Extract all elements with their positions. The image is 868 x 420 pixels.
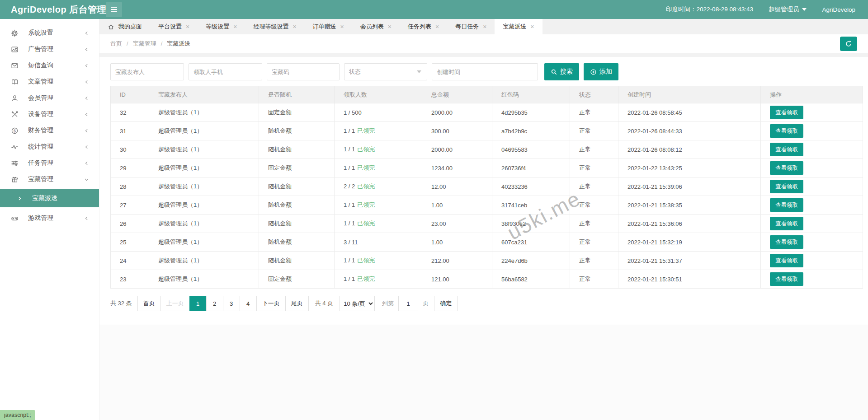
goto-page-input[interactable] — [398, 296, 418, 311]
phone-input[interactable] — [189, 63, 262, 80]
close-icon[interactable]: × — [530, 23, 534, 30]
tab-label: 每日任务 — [455, 23, 479, 31]
row-actions: 查看领取 — [761, 103, 863, 122]
view-claims-button[interactable]: 查看领取 — [770, 272, 803, 286]
per-page-select[interactable]: 10 条/页 — [340, 296, 375, 311]
tab-bar: 我的桌面平台设置×等级设置×经理等级设置×订单赠送×会员列表×任务列表×每日任务… — [99, 19, 868, 34]
tab-label: 任务列表 — [408, 23, 431, 31]
add-button[interactable]: 添加 — [584, 63, 618, 80]
row-publisher: 超级管理员（1） — [149, 215, 259, 233]
page-number-2[interactable]: 2 — [206, 296, 223, 311]
tab-订单赠送[interactable]: 订单赠送× — [305, 19, 352, 34]
chevron-left-icon — [84, 47, 89, 52]
sidebar-item-label: 财务管理 — [28, 126, 84, 135]
view-claims-button[interactable]: 查看领取 — [770, 143, 803, 156]
row-random-type: 固定金额 — [259, 270, 335, 289]
view-claims-button[interactable]: 查看领取 — [770, 235, 803, 249]
search-button[interactable]: 搜索 — [544, 63, 579, 80]
tab-任务列表[interactable]: 任务列表× — [400, 19, 447, 34]
row-publisher: 超级管理员（1） — [149, 196, 259, 215]
page-number-4[interactable]: 4 — [240, 296, 257, 311]
sidebar-item-会员管理[interactable]: 会员管理 — [0, 90, 99, 106]
sidebar-item-统计管理[interactable]: 统计管理 — [0, 139, 99, 155]
row-id: 26 — [111, 215, 149, 233]
page-number-1[interactable]: 1 — [189, 296, 207, 311]
sidebar-subitem-label: 宝藏派送 — [32, 194, 57, 202]
user-menu[interactable]: 超级管理员 — [769, 5, 807, 14]
brand-link[interactable]: AgriDevelop — [822, 6, 855, 13]
breadcrumb-separator: / — [127, 40, 128, 47]
claims-done-tag: 已领完 — [357, 220, 375, 227]
close-icon[interactable]: × — [340, 23, 344, 30]
row-claims: 1 / 500 — [335, 103, 422, 122]
sidebar-item-宝藏管理[interactable]: 宝藏管理 — [0, 171, 99, 187]
tab-宝藏派送[interactable]: 宝藏派送× — [495, 19, 542, 34]
close-icon[interactable]: × — [435, 23, 439, 30]
view-claims-button[interactable]: 查看领取 — [770, 106, 803, 119]
sidebar-item-短信查询[interactable]: 短信查询 — [0, 57, 99, 74]
row-amount: 23.00 — [422, 215, 492, 233]
row-amount: 12.00 — [422, 177, 492, 196]
close-icon[interactable]: × — [388, 23, 392, 30]
row-claims: 1 / 1已领完 — [335, 159, 422, 177]
refresh-button[interactable] — [840, 37, 857, 51]
page-number-3[interactable]: 3 — [223, 296, 240, 311]
sidebar-item-文章管理[interactable]: 文章管理 — [0, 74, 99, 90]
sidebar-subitem-宝藏派送[interactable]: 宝藏派送 — [0, 189, 99, 207]
close-icon[interactable]: × — [292, 23, 296, 30]
row-publisher: 超级管理员（1） — [149, 252, 259, 270]
row-created-time: 2022-01-26 08:58:45 — [618, 103, 761, 122]
row-id: 30 — [111, 140, 149, 159]
close-icon[interactable]: × — [233, 23, 237, 30]
view-claims-button[interactable]: 查看领取 — [770, 180, 803, 193]
tab-我的桌面[interactable]: 我的桌面 — [99, 19, 150, 34]
sidebar-item-游戏管理[interactable]: 游戏管理 — [0, 210, 99, 226]
view-claims-button[interactable]: 查看领取 — [770, 198, 803, 212]
sidebar-item-广告管理[interactable]: 广告管理 — [0, 41, 99, 57]
page-last-button[interactable]: 尾页 — [285, 296, 309, 311]
tab-label: 经理等级设置 — [253, 23, 288, 31]
page-next-button[interactable]: 下一页 — [256, 296, 286, 311]
chevron-down-icon — [802, 8, 807, 11]
table-row: 28超级管理员（1）随机金额2 / 2已领完12.0040233236正常202… — [111, 177, 863, 196]
breadcrumb-item[interactable]: 宝藏管理 — [133, 40, 156, 48]
tab-每日任务[interactable]: 每日任务× — [447, 19, 495, 34]
view-claims-button[interactable]: 查看领取 — [770, 124, 803, 138]
row-amount: 1234.00 — [422, 159, 492, 177]
breadcrumb-item[interactable]: 首页 — [110, 40, 122, 48]
treasure-code-input[interactable] — [267, 63, 340, 80]
row-status: 正常 — [570, 252, 618, 270]
tab-平台设置[interactable]: 平台设置× — [150, 19, 198, 34]
claims-done-tag: 已领完 — [357, 201, 375, 208]
sidebar-item-财务管理[interactable]: $财务管理 — [0, 122, 99, 139]
confirm-button[interactable]: 确定 — [434, 296, 458, 311]
tab-等级设置[interactable]: 等级设置× — [198, 19, 245, 34]
row-status: 正常 — [570, 140, 618, 159]
view-claims-button[interactable]: 查看领取 — [770, 217, 803, 230]
column-header-操作: 操作 — [761, 86, 863, 103]
row-actions: 查看领取 — [761, 215, 863, 233]
claims-value: 1 / 1 — [344, 201, 355, 208]
tab-经理等级设置[interactable]: 经理等级设置× — [245, 19, 304, 34]
sidebar-item-系统设置[interactable]: 系统设置 — [0, 25, 99, 41]
sidebar-item-设备管理[interactable]: 设备管理 — [0, 106, 99, 122]
hamburger-menu-button[interactable] — [106, 2, 122, 17]
row-amount: 1.00 — [422, 233, 492, 252]
row-amount: 300.00 — [422, 122, 492, 140]
tab-会员列表[interactable]: 会员列表× — [352, 19, 400, 34]
status-select[interactable]: 状态 — [344, 63, 427, 80]
row-actions: 查看领取 — [761, 159, 863, 177]
gear-icon — [11, 29, 19, 37]
chevron-left-icon — [84, 216, 89, 221]
close-icon[interactable]: × — [186, 23, 189, 30]
table-row: 27超级管理员（1）随机金额1 / 1已领完1.0031741ceb正常2022… — [111, 196, 863, 215]
page-first-button[interactable]: 首页 — [137, 296, 161, 311]
image-icon — [11, 46, 19, 53]
view-claims-button[interactable]: 查看领取 — [770, 254, 803, 267]
close-icon[interactable]: × — [483, 23, 486, 30]
publisher-input[interactable] — [110, 63, 184, 80]
hamburger-icon — [110, 6, 118, 13]
sidebar-item-任务管理[interactable]: 任务管理 — [0, 155, 99, 171]
view-claims-button[interactable]: 查看领取 — [770, 161, 803, 175]
create-time-input[interactable] — [432, 63, 538, 80]
